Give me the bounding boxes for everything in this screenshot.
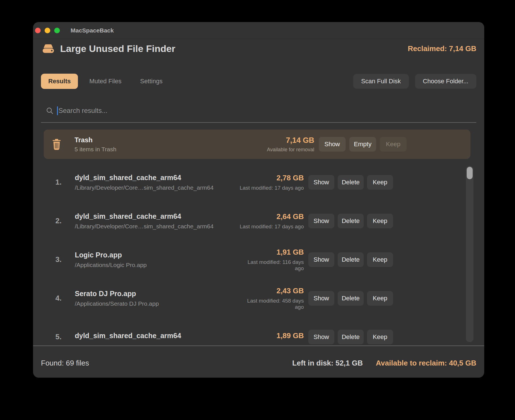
file-rank: 2. xyxy=(41,216,62,225)
trash-name: Trash xyxy=(75,136,116,144)
scan-full-disk-button[interactable]: Scan Full Disk xyxy=(353,74,409,89)
show-button[interactable]: Show xyxy=(308,252,334,267)
file-list: 1. dyld_sim_shared_cache_arm64 /Library/… xyxy=(41,159,476,345)
file-size: 2,64 GB xyxy=(239,212,304,221)
delete-button[interactable]: Delete xyxy=(338,175,364,190)
file-size: 1,91 GB xyxy=(239,248,304,257)
page-header: Large Unused File Finder Reclaimed: 7,14… xyxy=(41,41,476,56)
file-path: /Library/Developer/Core…sim_shared_cache… xyxy=(75,184,239,191)
file-modified: Last modified: 458 days ago xyxy=(239,298,304,310)
file-info: dyld_sim_shared_cache_arm64 /Library/Dev… xyxy=(75,212,239,230)
status-bar-right: Left in disk: 52,1 GB Available to recla… xyxy=(292,359,476,368)
trash-show-button[interactable]: Show xyxy=(319,137,346,152)
show-button[interactable]: Show xyxy=(308,175,334,190)
app-window: MacSpaceBack Large Unused File Finder Re… xyxy=(33,22,484,378)
file-path: /Library/Developer/Core…sim_shared_cache… xyxy=(75,223,239,230)
file-row: 3. Logic Pro.app /Applications/Logic Pro… xyxy=(41,240,476,279)
file-size: 1,89 GB xyxy=(239,331,304,340)
search-bar xyxy=(41,105,476,116)
tab-results[interactable]: Results xyxy=(41,74,78,89)
scrollbar-track[interactable] xyxy=(466,166,473,342)
file-row: 2. dyld_sim_shared_cache_arm64 /Library/… xyxy=(41,202,476,240)
keep-button[interactable]: Keep xyxy=(367,175,393,190)
delete-button[interactable]: Delete xyxy=(338,214,364,228)
file-name: dyld_sim_shared_cache_arm64 xyxy=(75,174,239,182)
left-in-disk: Left in disk: 52,1 GB xyxy=(292,359,363,368)
file-name: dyld_sim_shared_cache_arm64 xyxy=(75,212,239,220)
file-metrics: 2,78 GB Last modified: 17 days ago xyxy=(239,174,304,191)
file-path: /Applications/Serato DJ Pro.app xyxy=(75,300,239,307)
delete-button[interactable]: Delete xyxy=(338,252,364,267)
found-count: Found: 69 files xyxy=(41,359,89,368)
tab-muted-files[interactable]: Muted Files xyxy=(82,74,129,89)
keep-button[interactable]: Keep xyxy=(367,291,393,306)
file-rank: 5. xyxy=(41,333,62,341)
titlebar: MacSpaceBack xyxy=(33,22,484,39)
trash-empty-button[interactable]: Empty xyxy=(349,137,376,152)
trash-icon xyxy=(52,139,61,150)
file-size: 2,43 GB xyxy=(239,286,304,295)
reclaimed-total: Reclaimed: 7,14 GB xyxy=(408,44,476,53)
file-name: dyld_sim_shared_cache_arm64 xyxy=(75,332,239,340)
trash-metrics: 7,14 GB Available for removal xyxy=(249,136,314,153)
search-divider xyxy=(41,122,476,123)
file-metrics: 2,64 GB Last modified: 17 days ago xyxy=(239,212,304,230)
file-modified: Last modified: 116 days ago xyxy=(239,259,304,272)
file-row: 4. Serato DJ Pro.app /Applications/Serat… xyxy=(41,279,476,318)
file-name: Logic Pro.app xyxy=(75,251,239,259)
file-modified: Last modified: 17 days ago xyxy=(239,185,304,191)
keep-button[interactable]: Keep xyxy=(367,330,393,344)
scrollbar-thumb[interactable] xyxy=(467,167,473,179)
page-title: Large Unused File Finder xyxy=(60,43,175,54)
file-actions: Show Delete Keep xyxy=(308,291,393,306)
file-actions: Show Delete Keep xyxy=(308,175,393,190)
file-rank: 3. xyxy=(41,255,62,264)
file-metrics: 1,91 GB Last modified: 116 days ago xyxy=(239,248,304,272)
file-row: 5. dyld_sim_shared_cache_arm64 1,89 GB S… xyxy=(41,318,476,345)
file-rank: 1. xyxy=(41,178,62,187)
available-to-reclaim: Available to reclaim: 40,5 GB xyxy=(376,359,476,368)
file-info: Logic Pro.app /Applications/Logic Pro.ap… xyxy=(75,251,239,268)
delete-button[interactable]: Delete xyxy=(338,291,364,306)
close-button[interactable] xyxy=(35,28,41,33)
file-info: dyld_sim_shared_cache_arm64 /Library/Dev… xyxy=(75,174,239,191)
show-button[interactable]: Show xyxy=(308,330,334,344)
maximize-button[interactable] xyxy=(54,28,60,33)
file-metrics: 1,89 GB xyxy=(239,331,304,343)
keep-button[interactable]: Keep xyxy=(367,214,393,228)
file-actions: Show Delete Keep xyxy=(308,214,393,228)
content-area: Large Unused File Finder Reclaimed: 7,14… xyxy=(33,39,484,345)
show-button[interactable]: Show xyxy=(308,291,334,306)
choose-folder-button[interactable]: Choose Folder... xyxy=(415,74,476,89)
file-name: Serato DJ Pro.app xyxy=(75,290,239,298)
trash-row[interactable]: Trash 5 items in Trash 7,14 GB Available… xyxy=(44,130,470,159)
toolbar: Results Muted Files Settings Scan Full D… xyxy=(41,74,476,89)
file-actions: Show Delete Keep xyxy=(308,252,393,267)
trash-size-note: Available for removal xyxy=(249,147,314,153)
search-input[interactable] xyxy=(58,107,476,115)
file-path: /Applications/Logic Pro.app xyxy=(75,262,239,268)
trash-size: 7,14 GB xyxy=(249,136,314,145)
window-title: MacSpaceBack xyxy=(71,27,114,34)
minimize-button[interactable] xyxy=(45,28,50,33)
trash-info: Trash 5 items in Trash xyxy=(75,136,116,153)
keep-button[interactable]: Keep xyxy=(367,252,393,267)
file-info: dyld_sim_shared_cache_arm64 xyxy=(75,332,239,342)
file-info: Serato DJ Pro.app /Applications/Serato D… xyxy=(75,290,239,307)
tab-settings[interactable]: Settings xyxy=(133,74,170,89)
file-size: 2,78 GB xyxy=(239,174,304,182)
delete-button[interactable]: Delete xyxy=(338,330,364,344)
file-rank: 4. xyxy=(41,294,62,303)
trash-item-count: 5 items in Trash xyxy=(75,146,116,153)
file-metrics: 2,43 GB Last modified: 458 days ago xyxy=(239,286,304,310)
file-row: 1. dyld_sim_shared_cache_arm64 /Library/… xyxy=(41,163,476,202)
trash-keep-button: Keep xyxy=(380,137,407,152)
internal-drive-icon xyxy=(42,44,54,53)
file-modified: Last modified: 17 days ago xyxy=(239,224,304,230)
trash-actions: Show Empty Keep xyxy=(319,137,407,152)
search-icon xyxy=(46,107,54,115)
show-button[interactable]: Show xyxy=(308,214,334,228)
status-bar: Found: 69 files Left in disk: 52,1 GB Av… xyxy=(33,345,484,378)
file-actions: Show Delete Keep xyxy=(308,330,393,344)
